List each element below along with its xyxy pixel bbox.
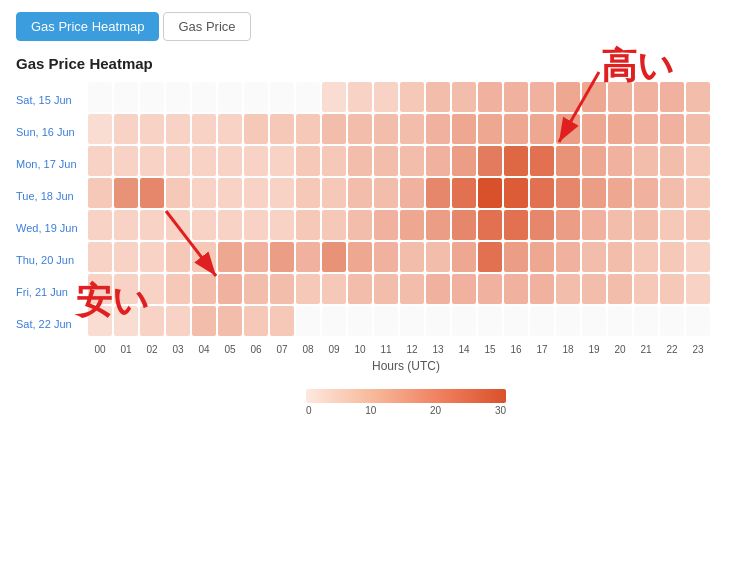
heatmap-cell xyxy=(88,306,112,336)
heatmap-row xyxy=(88,306,724,336)
x-axis-label: 11 xyxy=(374,344,398,355)
heatmap-cell xyxy=(322,242,346,272)
heatmap-cell xyxy=(426,306,450,336)
heatmap-cell xyxy=(660,242,684,272)
x-axis-label: 08 xyxy=(296,344,320,355)
heatmap-cell xyxy=(244,210,268,240)
heatmap-cell xyxy=(660,82,684,112)
heatmap-cell xyxy=(608,306,632,336)
heatmap-cell xyxy=(452,114,476,144)
heatmap-cell xyxy=(244,178,268,208)
heatmap-cell xyxy=(660,178,684,208)
heatmap-cell xyxy=(634,146,658,176)
heatmap-cell xyxy=(530,274,554,304)
y-label: Thu, 20 Jun xyxy=(16,244,82,276)
heatmap-cell xyxy=(166,306,190,336)
tab-gas-price[interactable]: Gas Price xyxy=(163,12,250,41)
heatmap-cell xyxy=(322,306,346,336)
tab-gas-price-heatmap[interactable]: Gas Price Heatmap xyxy=(16,12,159,41)
heatmap-cell xyxy=(582,210,606,240)
heatmap-cell xyxy=(244,274,268,304)
heatmap-cell xyxy=(218,114,242,144)
heatmap-cell xyxy=(400,242,424,272)
legend-tick: 0 xyxy=(306,405,312,416)
x-axis-label: 22 xyxy=(660,344,684,355)
heatmap-cell xyxy=(348,274,372,304)
heatmap-cell xyxy=(322,114,346,144)
heatmap-cell xyxy=(114,274,138,304)
heatmap-cell xyxy=(218,242,242,272)
heatmap-cell xyxy=(634,210,658,240)
heatmap-cell xyxy=(400,210,424,240)
x-axis-label: 17 xyxy=(530,344,554,355)
heatmap-cell xyxy=(660,306,684,336)
heatmap-cell xyxy=(426,178,450,208)
heatmap-cell xyxy=(556,146,580,176)
heatmap-cell xyxy=(452,210,476,240)
heatmap-cell xyxy=(452,178,476,208)
y-label: Mon, 17 Jun xyxy=(16,148,82,180)
heatmap-cell xyxy=(322,146,346,176)
heatmap-cell xyxy=(296,82,320,112)
heatmap-cell xyxy=(530,210,554,240)
heatmap-cell xyxy=(400,178,424,208)
x-axis-label: 01 xyxy=(114,344,138,355)
heatmap-cell xyxy=(452,146,476,176)
heatmap-cell xyxy=(348,242,372,272)
y-label: Sat, 22 Jun xyxy=(16,308,82,340)
legend-tick: 20 xyxy=(430,405,441,416)
heatmap-cell xyxy=(140,210,164,240)
x-axis: 0001020304050607080910111213141516171819… xyxy=(88,344,724,355)
heatmap-cell xyxy=(556,274,580,304)
heatmap-cell xyxy=(140,306,164,336)
heatmap-cell xyxy=(322,178,346,208)
y-labels: Sat, 15 JunSun, 16 JunMon, 17 JunTue, 18… xyxy=(16,82,82,340)
heatmap-cell xyxy=(686,178,710,208)
heatmap-cell xyxy=(478,82,502,112)
heatmap-cell xyxy=(478,178,502,208)
y-label: Sun, 16 Jun xyxy=(16,116,82,148)
heatmap-cell xyxy=(374,178,398,208)
y-label: Tue, 18 Jun xyxy=(16,180,82,212)
heatmap-cell xyxy=(296,178,320,208)
heatmap-cell xyxy=(608,274,632,304)
heatmap-cell xyxy=(426,274,450,304)
heatmap-cell xyxy=(426,210,450,240)
heatmap-cell xyxy=(192,274,216,304)
heatmap-cell xyxy=(608,114,632,144)
heatmap-cell xyxy=(348,306,372,336)
heatmap-cell xyxy=(686,306,710,336)
x-axis-label: 05 xyxy=(218,344,242,355)
heatmap-cell xyxy=(608,82,632,112)
heatmap-cell xyxy=(660,146,684,176)
heatmap-cell xyxy=(478,146,502,176)
heatmap-cell xyxy=(192,146,216,176)
heatmap-cell xyxy=(530,114,554,144)
heatmap-cell xyxy=(270,146,294,176)
heatmap-cell xyxy=(582,146,606,176)
heatmap-cell xyxy=(348,82,372,112)
x-axis-label: 02 xyxy=(140,344,164,355)
x-axis-label: 18 xyxy=(556,344,580,355)
heatmap-cell xyxy=(270,242,294,272)
heatmap-cell xyxy=(374,242,398,272)
heatmap-cell xyxy=(218,82,242,112)
heatmap-cell xyxy=(426,114,450,144)
heatmap-cell xyxy=(348,210,372,240)
heatmap-cell xyxy=(114,114,138,144)
heatmap-row xyxy=(88,146,724,176)
heatmap-cell xyxy=(400,306,424,336)
x-axis-label: 03 xyxy=(166,344,190,355)
x-axis-label: 19 xyxy=(582,344,606,355)
heatmap-cell xyxy=(270,210,294,240)
heatmap-cell xyxy=(556,82,580,112)
x-axis-label: 12 xyxy=(400,344,424,355)
heatmap-cell xyxy=(192,306,216,336)
x-axis-label: 14 xyxy=(452,344,476,355)
heatmap-cell xyxy=(374,114,398,144)
heatmap-cell xyxy=(530,242,554,272)
heatmap-cell xyxy=(270,114,294,144)
heatmap-cell xyxy=(88,82,112,112)
heatmap-cell xyxy=(426,146,450,176)
heatmap-cell xyxy=(270,306,294,336)
